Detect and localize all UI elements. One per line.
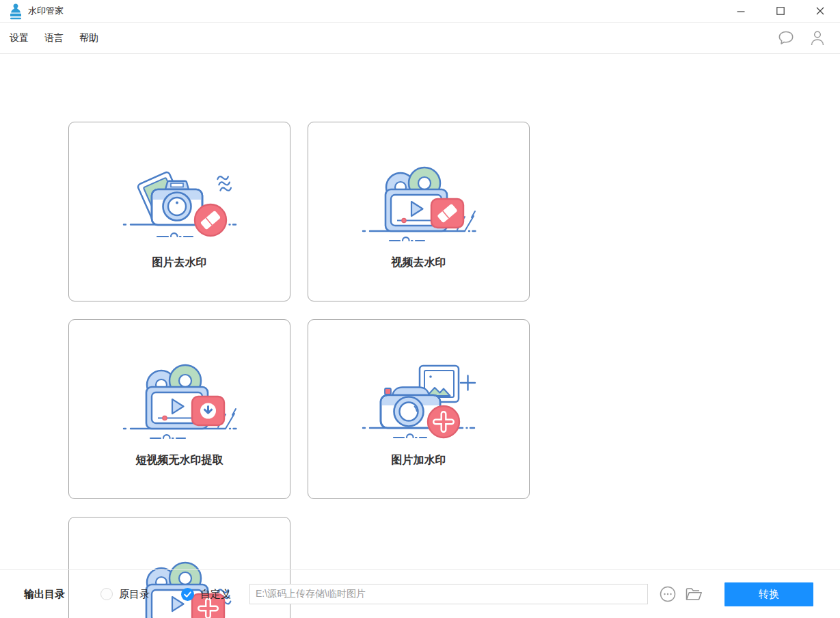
radio-unchecked-icon[interactable] [100, 588, 113, 600]
card-label: 图片去水印 [152, 256, 207, 270]
original-dir-option[interactable]: 原目录 [100, 588, 150, 601]
menu-item-settings[interactable]: 设置 [10, 32, 29, 44]
titlebar: 水印管家 [0, 0, 840, 23]
custom-dir-option-label: 自定义 [200, 588, 231, 601]
main-content: 图片去水印 [0, 54, 840, 569]
app-window: 水印管家 设置 语言 帮助 [0, 0, 840, 618]
output-path-input[interactable] [249, 584, 648, 604]
user-icon[interactable] [810, 30, 825, 46]
original-dir-option-label: 原目录 [119, 588, 150, 601]
app-title: 水印管家 [28, 5, 64, 17]
card-label: 图片加水印 [392, 453, 446, 468]
ellipsis-circle-icon[interactable] [660, 586, 676, 602]
open-folder-icon[interactable] [685, 587, 703, 602]
checkbox-checked-icon[interactable] [181, 588, 194, 601]
output-bar: 输出目录 原目录 自定义 [0, 569, 840, 618]
video-eraser-illustration [361, 160, 477, 249]
card-image-add-watermark[interactable]: 图片加水印 [308, 319, 530, 499]
custom-dir-option[interactable]: 自定义 [181, 588, 231, 601]
stamp-logo-icon [9, 3, 23, 20]
convert-button[interactable]: 转换 [724, 582, 813, 606]
card-image-remove-watermark[interactable]: 图片去水印 [68, 122, 290, 301]
video-download-illustration [122, 358, 238, 446]
menu-item-language[interactable]: 语言 [44, 32, 64, 44]
close-button[interactable] [800, 0, 840, 22]
card-short-video-extract[interactable]: 短视频无水印提取 [68, 319, 290, 499]
card-label: 短视频无水印提取 [136, 453, 223, 468]
output-dir-label: 输出目录 [24, 588, 65, 601]
menubar: 设置 语言 帮助 [0, 23, 840, 54]
menu-item-help[interactable]: 帮助 [79, 32, 98, 44]
minimize-button[interactable] [721, 0, 761, 22]
maximize-button[interactable] [761, 0, 800, 22]
card-video-remove-watermark[interactable]: 视频去水印 [308, 122, 530, 301]
window-controls [721, 0, 840, 22]
card-label: 视频去水印 [392, 256, 446, 270]
menubar-right [778, 30, 825, 46]
chat-bubble-icon[interactable] [778, 31, 794, 45]
feature-cards: 图片去水印 [0, 54, 704, 618]
camera-eraser-illustration [122, 160, 238, 249]
camera-plus-illustration [361, 358, 477, 446]
